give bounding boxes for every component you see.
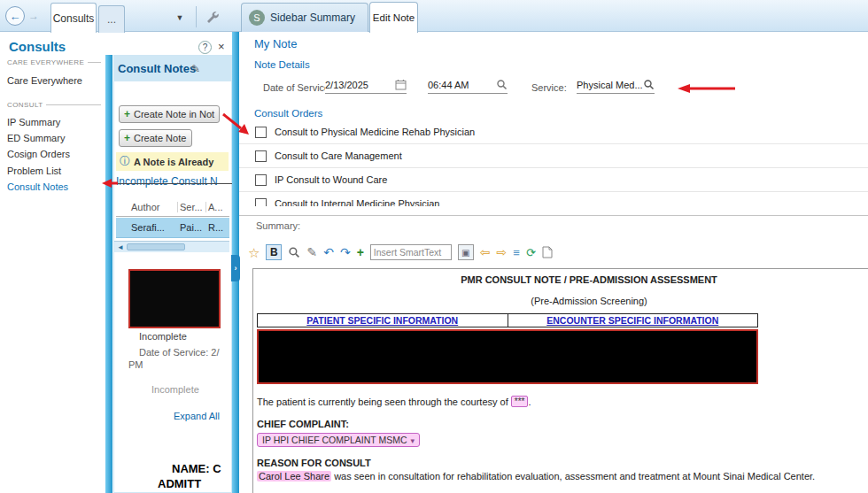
favorite-star-icon[interactable]: ☆ (248, 246, 260, 259)
add-icon[interactable]: + (357, 246, 364, 258)
section-header-label: Consult (7, 101, 43, 109)
note-preview-name: NAME: C (172, 462, 221, 475)
consult-orders-link[interactable]: Consult Orders (254, 108, 322, 119)
sidebar-scrollbar[interactable] (105, 55, 112, 493)
button-label: Create Note (134, 133, 186, 143)
tab-sidebar-summary[interactable]: S Sidebar Summary (241, 3, 368, 32)
panel-collapse-handle[interactable]: › (231, 255, 240, 281)
sidebar-item-consult-notes[interactable]: Consult Notes (7, 181, 68, 192)
wildcard-smartlist[interactable]: *** (511, 396, 529, 407)
expand-all-link[interactable]: Expand All (174, 411, 220, 421)
smarttext-browse-button[interactable]: ▣ (458, 244, 474, 260)
table-header-encounter-info: ENCOUNTER SPECIFIC INFORMATION (508, 314, 758, 327)
sidebar-item-cosign-orders[interactable]: Cosign Orders (7, 149, 70, 159)
search-icon[interactable] (496, 79, 508, 90)
table-row-selected[interactable]: Serafi... Pai... R... (116, 218, 229, 238)
insert-smarttext-input[interactable] (370, 244, 452, 260)
section-header-label: Care Everywhere (7, 58, 84, 66)
order-checkbox-wound-care[interactable] (255, 174, 267, 186)
order-label: Consult to Internal Medicine Physician (275, 198, 439, 206)
sidebar-item-problem-list[interactable]: Problem List (7, 166, 61, 176)
chief-complaint-smartlink[interactable]: IP HPI CHIEF COMPLAINT MSMC▾ (257, 433, 420, 447)
spellcheck-icon[interactable]: ✎ (306, 246, 317, 258)
document-icon[interactable] (542, 246, 553, 258)
service-field (577, 76, 655, 94)
panel-title: Consult Notes (118, 62, 196, 75)
zoom-icon[interactable] (288, 246, 300, 258)
note-preview-admit: ADMITT (158, 477, 201, 490)
plus-icon: + (124, 108, 130, 120)
my-note-heading: My Note (254, 37, 297, 50)
info-icon: ⓘ (120, 154, 130, 169)
order-label: Consult to Care Management (275, 150, 402, 161)
back-button[interactable]: ← (5, 6, 25, 26)
redo-icon[interactable]: ↷ (340, 246, 351, 258)
note-editor-workspace: My Note Note Details Date of Service: Se… (239, 32, 868, 493)
notes-table-header: Author Ser... A... (116, 198, 229, 217)
note-status: Incomplete (139, 331, 187, 342)
sidebar-item-care-everywhere[interactable]: Care Everywhere (7, 75, 82, 86)
date-of-service-label: Date of Service: (263, 82, 332, 93)
pencil-icon[interactable]: ✎ (191, 63, 200, 75)
tab-dropdown-button[interactable]: ▼ (167, 8, 193, 27)
document-subtitle: (Pre-Admission Screening) (257, 296, 868, 306)
document-title: PMR CONSULT NOTE / PRE-ADMISSION ASSESSM… (257, 274, 868, 285)
order-row: Consult to Physical Medicine Rehab Physi… (239, 120, 868, 144)
refresh-icon[interactable]: ⟳ (526, 247, 536, 258)
order-row: Consult to Care Management (239, 144, 868, 168)
create-note-button[interactable]: + Create Note (119, 129, 192, 147)
sidebar-item-ed-summary[interactable]: ED Summary (7, 133, 65, 143)
order-checkbox-care-management[interactable] (255, 150, 267, 162)
wrench-icon (205, 10, 219, 24)
redacted-patient-data (257, 329, 758, 384)
top-toolbar: ← → Consults ... ▼ S Sidebar Summary Edi… (0, 0, 868, 32)
incomplete-notes-header[interactable]: Incomplete Consult N (116, 175, 229, 188)
chief-complaint-label: CHIEF COMPLAINT: (257, 419, 868, 429)
consult-orders-list: Consult to Physical Medicine Rehab Physi… (239, 120, 868, 206)
forward-button[interactable]: → (28, 10, 39, 22)
note-date-of-service-line2: PM (128, 359, 143, 370)
order-checkbox-pmr-physician[interactable] (255, 127, 267, 138)
help-button[interactable]: ? (198, 41, 212, 54)
column-header-service[interactable]: Ser... (178, 202, 206, 212)
cell-author: Serafi... (128, 222, 178, 233)
provider-name-smartlink[interactable]: Carol Lee Share (257, 471, 331, 481)
sidebar-item-ip-summary[interactable]: IP Summary (7, 117, 60, 127)
note-details-link[interactable]: Note Details (254, 59, 310, 70)
scrollbar-thumb[interactable] (127, 243, 185, 250)
time-input[interactable] (428, 80, 496, 90)
previous-field-icon[interactable]: ⇦ (480, 246, 491, 258)
undo-icon[interactable]: ↶ (323, 246, 334, 258)
list-icon[interactable]: ≡ (513, 247, 520, 258)
divider (46, 104, 101, 105)
column-header-author[interactable]: Author (128, 202, 178, 212)
horizontal-scrollbar[interactable]: ◄ (114, 241, 229, 252)
chevron-right-icon: › (235, 264, 237, 273)
section-header-consult: Consult (7, 101, 101, 109)
chevron-down-icon: ▾ (411, 436, 415, 445)
divider (239, 215, 868, 216)
cell-service: Pai... (178, 222, 206, 233)
date-input[interactable] (325, 80, 395, 90)
wrench-settings-button[interactable] (202, 7, 221, 27)
tab-edit-note[interactable]: Edit Note (369, 2, 418, 33)
smartlink-label: IP HPI CHIEF COMPLAINT MSMC (262, 435, 407, 445)
activity-tab-overflow[interactable]: ... (98, 5, 125, 33)
page-title: Consults (9, 39, 66, 54)
search-icon[interactable] (643, 79, 655, 90)
bold-button[interactable]: B (266, 244, 282, 260)
next-field-icon[interactable]: ⇨ (497, 246, 508, 258)
reason-for-consult-label: REASON FOR CONSULT (257, 458, 868, 468)
tab-label: Sidebar Summary (270, 12, 355, 24)
patient-encounter-table: PATIENT SPECIFIC INFORMATION ENCOUNTER S… (257, 313, 758, 327)
create-note-in-notewriter-button[interactable]: + Create Note in Not (119, 105, 220, 123)
toolbar-divider (196, 6, 197, 27)
scroll-left-icon[interactable]: ◄ (114, 243, 127, 251)
close-button[interactable]: × (218, 40, 225, 53)
service-input[interactable] (577, 80, 643, 90)
column-header-a[interactable]: A... (206, 202, 229, 212)
activity-tab-consults[interactable]: Consults (50, 3, 97, 33)
order-checkbox-internal-medicine[interactable] (255, 198, 267, 207)
calendar-icon[interactable] (395, 79, 407, 90)
note-text-editor[interactable]: PMR CONSULT NOTE / PRE-ADMISSION ASSESSM… (252, 268, 868, 493)
